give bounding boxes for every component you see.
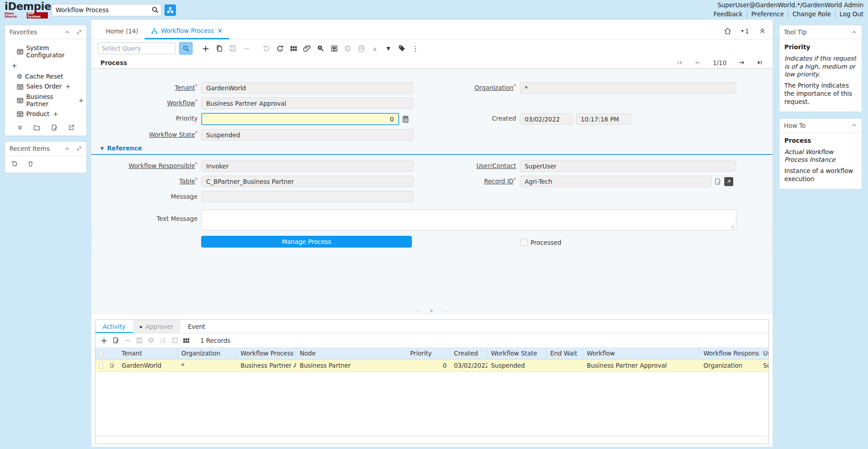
parent-record-button[interactable]: ▲ xyxy=(368,42,382,55)
new-row-button[interactable]: + xyxy=(98,335,110,346)
priority-input[interactable] xyxy=(207,116,394,123)
trash-icon[interactable] xyxy=(27,160,34,167)
menu-sitemap-button[interactable] xyxy=(165,5,176,16)
delete-record-button[interactable]: − xyxy=(240,42,253,55)
collapse-header-icon[interactable] xyxy=(759,28,766,34)
new-record-button[interactable]: + xyxy=(199,42,212,55)
expand-icon[interactable] xyxy=(76,29,82,35)
app-logo[interactable]: iDempiere Open Source ERP System xyxy=(5,1,48,19)
copy-record-button[interactable] xyxy=(212,42,226,55)
edit-row-icon[interactable] xyxy=(106,360,118,371)
grid-row-selected[interactable]: GardenWorld * Business Partner Approval … xyxy=(95,360,769,372)
app-logo-text: iDempiere xyxy=(5,1,48,12)
logout-link[interactable]: Log Out xyxy=(835,10,863,19)
breadcrumb: Process 1/10 xyxy=(91,57,773,69)
reference-section-header[interactable]: ▼ Reference xyxy=(91,145,773,155)
open-windows-dropdown[interactable]: ▾ 1 xyxy=(741,28,749,35)
refresh-button[interactable] xyxy=(273,42,287,55)
toggle-grid-button[interactable] xyxy=(287,42,300,55)
share-icon[interactable] xyxy=(68,124,75,131)
edit-row-button[interactable] xyxy=(110,335,122,346)
report-button[interactable] xyxy=(327,42,341,55)
tab-home[interactable]: Home (14) xyxy=(99,24,145,39)
expand-plus[interactable]: + xyxy=(66,83,71,90)
folder-icon[interactable] xyxy=(33,124,40,131)
favorites-expand-node[interactable]: + xyxy=(8,60,84,71)
col-header[interactable]: Workflow Responsible xyxy=(700,347,760,359)
detail-tab-event[interactable]: Event xyxy=(180,320,212,333)
detail-record-button[interactable]: ▼ xyxy=(382,42,395,55)
tab-workflow-process[interactable]: Workflow Process × xyxy=(145,23,229,39)
grid-view-icon[interactable] xyxy=(180,335,192,346)
collapse-all-icon[interactable] xyxy=(17,124,23,131)
organization-label: Organization* xyxy=(418,82,520,94)
col-header[interactable]: End Wait xyxy=(547,347,583,359)
col-header[interactable]: Organization xyxy=(178,347,237,359)
print-button[interactable] xyxy=(354,42,368,55)
quick-entry-icon[interactable] xyxy=(157,335,169,346)
expand-plus[interactable]: + xyxy=(79,97,84,104)
west-splitter[interactable]: ⋮⋮⋮ xyxy=(91,222,95,258)
change-role-link[interactable]: Change Role xyxy=(788,10,835,19)
expand-icon[interactable] xyxy=(76,146,82,152)
collapse-icon[interactable] xyxy=(64,29,70,35)
col-header[interactable]: Workflow State xyxy=(487,347,547,359)
process-row-button[interactable]: ⚙ xyxy=(145,335,157,346)
edit-record-icon[interactable] xyxy=(714,178,722,185)
save-button[interactable] xyxy=(226,42,240,55)
horizontal-splitter[interactable]: ⋯▾⋯ xyxy=(415,308,448,314)
global-search-input[interactable] xyxy=(52,6,149,14)
find-record-button[interactable] xyxy=(179,42,193,55)
collapse-icon[interactable] xyxy=(64,146,70,152)
zoom-record-icon[interactable] xyxy=(724,177,733,186)
expand-plus[interactable]: + xyxy=(53,110,58,117)
close-tab-icon[interactable]: × xyxy=(217,27,223,35)
previous-record-icon[interactable] xyxy=(694,59,701,66)
favorite-item-business-partner[interactable]: Business Partner + xyxy=(8,92,84,109)
undo-button[interactable] xyxy=(259,42,273,55)
calculator-icon[interactable] xyxy=(402,116,409,123)
open-windows-count: 1 xyxy=(745,28,749,35)
collapse-icon[interactable] xyxy=(851,29,857,35)
favorite-item-cache-reset[interactable]: ⚙ Cache Reset xyxy=(8,71,84,81)
col-header[interactable]: Created xyxy=(450,347,487,359)
save-row-button[interactable] xyxy=(133,335,145,346)
process-gear-button[interactable]: ⚙ xyxy=(341,42,354,55)
delete-row-button[interactable]: − xyxy=(122,335,133,346)
detail-tab-approver[interactable]: ▶ Approver xyxy=(133,320,181,333)
main-window: Home (14) Workflow Process × ▾ 1 ▾ xyxy=(91,20,773,447)
search-icon[interactable] xyxy=(149,5,161,16)
text-message-input[interactable] xyxy=(201,210,736,230)
next-record-icon[interactable] xyxy=(738,59,745,66)
col-header[interactable]: User/Contact xyxy=(760,347,769,359)
label-tag-button[interactable] xyxy=(395,42,409,55)
home-icon[interactable] xyxy=(724,27,731,35)
col-header[interactable]: Node xyxy=(296,347,406,359)
processed-checkbox[interactable] xyxy=(520,239,528,246)
last-record-icon[interactable] xyxy=(757,60,763,65)
refresh-icon[interactable] xyxy=(11,160,18,167)
first-record-icon[interactable] xyxy=(677,60,683,65)
more-actions-kebab[interactable]: ⋮ xyxy=(409,42,422,55)
toggle-panel-icon[interactable] xyxy=(169,335,180,346)
select-query-input[interactable] xyxy=(98,43,175,54)
attachment-icon[interactable] xyxy=(300,42,314,55)
favorite-item-product[interactable]: Product + xyxy=(8,109,84,119)
select-all-checkbox[interactable] xyxy=(99,350,103,357)
col-header[interactable]: Workflow Process xyxy=(237,347,296,359)
col-header[interactable]: Priority xyxy=(406,347,450,359)
east-splitter[interactable]: ⋮⋮⋮ xyxy=(769,222,773,258)
feedback-link[interactable]: Feedback xyxy=(709,10,746,19)
detail-toolbar: + − ⚙ 1 Records xyxy=(95,333,769,347)
col-header[interactable]: Workflow xyxy=(583,347,700,359)
favorite-item-sales-order[interactable]: Sales Order + xyxy=(8,81,84,92)
collapse-icon[interactable] xyxy=(851,122,857,128)
favorite-item-system-configurator[interactable]: System Configurator xyxy=(8,43,84,60)
edit-favorites-icon[interactable] xyxy=(51,124,58,131)
col-header[interactable]: Tenant xyxy=(118,347,178,359)
detail-tab-activity[interactable]: Activity xyxy=(95,320,133,333)
manage-process-button[interactable]: Manage Process xyxy=(201,236,412,248)
zoom-across-button[interactable] xyxy=(314,42,327,55)
preference-link[interactable]: Preference xyxy=(747,10,788,19)
row-checkbox[interactable] xyxy=(99,362,103,369)
